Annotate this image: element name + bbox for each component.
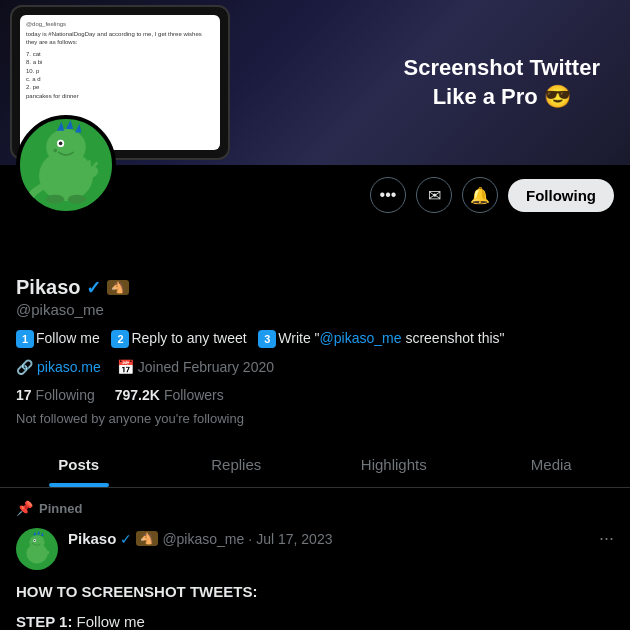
tweet-author-name: Pikaso (68, 530, 116, 547)
tweet-step1-label: STEP 1: (16, 613, 72, 630)
svg-point-13 (68, 195, 86, 204)
svg-point-15 (29, 535, 44, 549)
tweet-handle: @pikaso_me (162, 531, 244, 547)
avatar (16, 115, 116, 215)
svg-point-4 (53, 149, 57, 153)
tweet-title: HOW TO SCREENSHOT TWEETS: (16, 583, 257, 600)
notification-button[interactable]: 🔔 (462, 177, 498, 213)
more-options-button[interactable]: ••• (370, 177, 406, 213)
tab-replies[interactable]: Replies (158, 442, 316, 487)
bio-step1-num: 1 (16, 330, 34, 348)
svg-marker-7 (75, 124, 81, 133)
tab-posts[interactable]: Posts (0, 442, 158, 487)
username: @pikaso_me (16, 301, 614, 318)
bio-mention[interactable]: @pikaso_me (320, 330, 402, 346)
website-text: pikaso.me (37, 359, 101, 375)
followers-count: 797.2K (115, 387, 160, 403)
profile-info: Pikaso ✓ 🐴 @pikaso_me 1Follow me 2Reply … (16, 221, 614, 426)
svg-marker-6 (66, 120, 73, 129)
followers-label: Followers (164, 387, 224, 403)
join-date: 📅 Joined February 2020 (117, 359, 274, 375)
bio-step3-end: screenshot this" (402, 330, 505, 346)
tweet-card: Pikaso ✓ 🐴 @pikaso_me · Jul 17, 2023 ···… (0, 520, 630, 630)
svg-marker-19 (33, 532, 36, 536)
tab-highlights[interactable]: Highlights (315, 442, 473, 487)
followers-stat[interactable]: 797.2K Followers (115, 387, 224, 403)
following-stat[interactable]: 17 Following (16, 387, 95, 403)
bio-step2-text: Reply to any tweet (131, 330, 246, 346)
svg-marker-5 (57, 122, 64, 131)
verified-badge: ✓ (86, 277, 101, 299)
svg-marker-21 (41, 532, 44, 536)
tweet-premium-icon: 🐴 (136, 531, 158, 546)
meta-row: 🔗 pikaso.me 📅 Joined February 2020 (16, 359, 614, 375)
svg-line-9 (93, 163, 97, 168)
follow-button[interactable]: Following (508, 179, 614, 212)
tweet-step1-text: Follow me (77, 613, 145, 630)
tweet-dot: · (248, 531, 252, 547)
tweet-header: Pikaso ✓ 🐴 @pikaso_me · Jul 17, 2023 ··· (16, 528, 614, 570)
bio-step3-pre: Write " (278, 330, 319, 346)
svg-point-1 (46, 129, 86, 165)
bell-icon: 🔔 (470, 186, 490, 205)
svg-marker-20 (37, 531, 40, 535)
bio: 1Follow me 2Reply to any tweet 3Write "@… (16, 328, 614, 349)
join-date-text: Joined February 2020 (138, 359, 274, 375)
tweet-body: HOW TO SCREENSHOT TWEETS: STEP 1: Follow… (16, 580, 614, 630)
svg-point-12 (46, 195, 64, 204)
tweet-more-button[interactable]: ··· (599, 528, 614, 549)
banner-line1: Screenshot Twitter (404, 54, 600, 83)
svg-point-3 (59, 142, 63, 146)
bio-step2-num: 2 (111, 330, 129, 348)
banner-text: Screenshot Twitter Like a Pro 😎 (404, 54, 630, 111)
premium-badge: 🐴 (107, 280, 129, 295)
bio-step1-text: Follow me (36, 330, 100, 346)
svg-line-11 (84, 163, 86, 168)
tweet-date: Jul 17, 2023 (256, 531, 332, 547)
calendar-icon: 📅 (117, 359, 134, 375)
stats-row: 17 Following 797.2K Followers (16, 387, 614, 403)
tweet-name-row: Pikaso ✓ 🐴 @pikaso_me · Jul 17, 2023 ··· (68, 528, 614, 549)
mail-icon: ✉ (428, 186, 441, 205)
pinned-header: 📌 Pinned (0, 488, 630, 520)
tabs-bar: Posts Replies Highlights Media (0, 442, 630, 488)
link-icon: 🔗 (16, 359, 33, 375)
follower-note: Not followed by anyone you're following (16, 411, 614, 426)
tweet-verified-icon: ✓ (120, 531, 132, 547)
banner-line2: Like a Pro 😎 (404, 83, 600, 112)
svg-point-17 (34, 540, 35, 541)
tweet-step1: STEP 1: Follow me (16, 610, 614, 630)
display-name: Pikaso ✓ 🐴 (16, 276, 614, 299)
name-text: Pikaso (16, 276, 80, 299)
website-link[interactable]: 🔗 pikaso.me (16, 359, 101, 375)
pin-icon: 📌 (16, 500, 33, 516)
message-button[interactable]: ✉ (416, 177, 452, 213)
bio-step3-num: 3 (258, 330, 276, 348)
following-count: 17 (16, 387, 32, 403)
tab-media[interactable]: Media (473, 442, 631, 487)
profile-section: ••• ✉ 🔔 Following Pikaso ✓ 🐴 @pikaso_me … (0, 165, 630, 426)
tweet-avatar (16, 528, 58, 570)
following-label: Following (36, 387, 95, 403)
tweet-meta: Pikaso ✓ 🐴 @pikaso_me · Jul 17, 2023 ··· (68, 528, 614, 549)
pinned-label: Pinned (39, 501, 82, 516)
svg-point-18 (32, 543, 33, 544)
